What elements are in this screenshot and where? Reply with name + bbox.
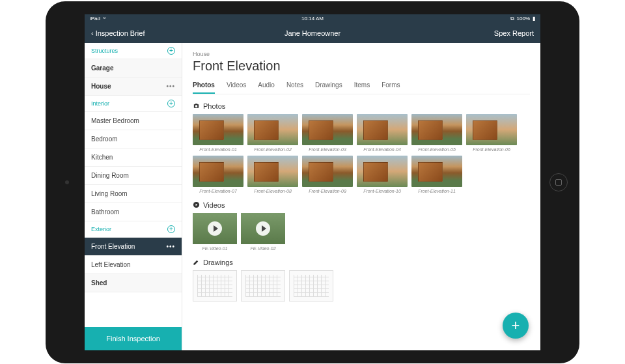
sidebar-item-bathroom[interactable]: Bathroom bbox=[85, 203, 182, 221]
photos-section: Photos Front-Elevation-01Front-Elevation… bbox=[193, 102, 530, 193]
section-title: Videos bbox=[203, 201, 225, 209]
sidebar-item-bedroom[interactable]: Bedroom bbox=[85, 130, 182, 148]
play-icon bbox=[193, 201, 200, 208]
tab-photos[interactable]: Photos bbox=[193, 81, 215, 94]
sidebar-item-kitchen[interactable]: Kitchen bbox=[85, 148, 182, 167]
chevron-left-icon: ‹ bbox=[91, 29, 94, 37]
drawing-thumb[interactable] bbox=[193, 270, 237, 301]
thumb-image bbox=[193, 156, 243, 187]
thumb-image bbox=[357, 156, 408, 187]
photo-thumb[interactable]: Front-Elevation-09 bbox=[302, 156, 353, 193]
section-title: Photos bbox=[203, 102, 225, 110]
more-icon[interactable]: ••• bbox=[166, 83, 175, 90]
photo-thumb[interactable]: Front-Elevation-10 bbox=[357, 156, 408, 193]
thumb-label: Front-Elevation-10 bbox=[357, 189, 408, 193]
sidebar-item-front-elevation[interactable]: Front Elevation••• bbox=[85, 238, 182, 256]
tab-audio[interactable]: Audio bbox=[258, 81, 275, 94]
thumb-image bbox=[411, 156, 462, 187]
sidebar-item-label: House bbox=[91, 83, 111, 90]
thumb-label: Front-Elevation-01 bbox=[193, 147, 243, 152]
thumb-image bbox=[193, 114, 243, 145]
sidebar-item-label: Bedroom bbox=[91, 135, 118, 143]
thumb-image bbox=[411, 114, 462, 145]
tab-videos[interactable]: Videos bbox=[227, 81, 246, 94]
sidebar-header-exterior: Exterior + bbox=[85, 221, 182, 238]
thumb-image bbox=[193, 213, 237, 244]
screen: iPad ⌔ 10:14 AM ⧉ 100% ▮ ‹ Inspection Br… bbox=[85, 14, 540, 350]
tab-items[interactable]: Items bbox=[354, 81, 370, 94]
tab-notes[interactable]: Notes bbox=[286, 81, 303, 94]
add-icon[interactable]: + bbox=[167, 225, 175, 233]
thumb-image bbox=[247, 156, 298, 187]
thumb-image bbox=[302, 156, 353, 187]
play-icon bbox=[208, 221, 222, 236]
sidebar-item-master-bedroom[interactable]: Master Bedroom bbox=[85, 112, 182, 130]
sidebar-header-structures: Structures + bbox=[85, 43, 182, 59]
detail-title: Front Elevation bbox=[193, 59, 530, 74]
thumb-label: Front-Elevation-11 bbox=[411, 189, 462, 193]
photo-thumb[interactable]: Front-Elevation-05 bbox=[411, 114, 462, 152]
home-button[interactable] bbox=[549, 173, 568, 191]
wifi-icon: ⌔ bbox=[103, 16, 106, 21]
sidebar-item-house[interactable]: House••• bbox=[85, 77, 182, 96]
thumb-label: Front-Elevation-09 bbox=[302, 189, 353, 193]
sidebar-header-label: Exterior bbox=[91, 226, 111, 232]
photo-thumb[interactable]: Front-Elevation-07 bbox=[193, 156, 243, 193]
sidebar-item-label: Garage bbox=[91, 64, 113, 72]
thumb-image bbox=[302, 114, 353, 145]
camera bbox=[65, 180, 69, 184]
sidebar-item-label: Front Elevation bbox=[91, 243, 135, 250]
sidebar-item-shed[interactable]: Shed bbox=[85, 274, 182, 292]
thumb-label: Front-Elevation-08 bbox=[247, 189, 298, 193]
section-title: Drawings bbox=[203, 259, 233, 266]
main-panel: House Front Elevation Photos Videos Audi… bbox=[182, 43, 540, 350]
thumb-label: FE-Video-02 bbox=[241, 246, 285, 251]
sidebar-item-label: Master Bedroom bbox=[91, 117, 139, 124]
photo-thumb[interactable]: Front-Elevation-03 bbox=[302, 114, 353, 152]
report-button[interactable]: Spex Report bbox=[494, 29, 534, 37]
photo-thumb[interactable]: Front-Elevation-08 bbox=[247, 156, 298, 193]
photo-thumb[interactable]: Front-Elevation-06 bbox=[466, 114, 517, 152]
photo-thumb[interactable]: Front-Elevation-01 bbox=[193, 114, 243, 152]
thumb-label: Front-Elevation-04 bbox=[357, 147, 408, 152]
photo-thumb[interactable]: Front-Elevation-04 bbox=[357, 114, 408, 152]
sidebar-item-label: Kitchen bbox=[91, 154, 113, 161]
page-title: Jane Homeowner bbox=[285, 29, 340, 37]
video-thumb[interactable]: FE-Video-02 bbox=[241, 213, 285, 251]
battery-label: 100% bbox=[517, 16, 530, 21]
tab-drawings[interactable]: Drawings bbox=[315, 81, 342, 94]
thumb-label: Front-Elevation-06 bbox=[466, 147, 517, 152]
sidebar-header-label: Structures bbox=[91, 48, 118, 54]
sidebar-item-garage[interactable]: Garage bbox=[85, 59, 182, 77]
thumb-label: Front-Elevation-05 bbox=[411, 147, 462, 152]
ipad-frame: iPad ⌔ 10:14 AM ⧉ 100% ▮ ‹ Inspection Br… bbox=[46, 1, 579, 363]
tab-forms[interactable]: Forms bbox=[382, 81, 400, 94]
back-button[interactable]: ‹ Inspection Brief bbox=[91, 29, 145, 37]
finish-button[interactable]: Finish Inspection bbox=[85, 327, 182, 350]
video-thumb[interactable]: FE-Video-01 bbox=[193, 213, 237, 251]
thumb-label: Front-Elevation-07 bbox=[193, 189, 243, 193]
add-fab[interactable]: + bbox=[503, 313, 529, 339]
photo-thumb[interactable]: Front-Elevation-11 bbox=[411, 156, 462, 193]
back-label: Inspection Brief bbox=[96, 29, 145, 37]
sidebar-item-dining-room[interactable]: Dining Room bbox=[85, 167, 182, 185]
sidebar-item-living-room[interactable]: Living Room bbox=[85, 185, 182, 203]
more-icon[interactable]: ••• bbox=[166, 243, 175, 250]
battery-icon: ▮ bbox=[533, 16, 535, 21]
drawing-thumb[interactable] bbox=[241, 270, 285, 301]
photo-thumb[interactable]: Front-Elevation-02 bbox=[247, 114, 298, 152]
tabs: Photos Videos Audio Notes Drawings Items… bbox=[193, 81, 530, 94]
add-icon[interactable]: + bbox=[167, 47, 175, 55]
sidebar-item-label: Living Room bbox=[91, 190, 128, 197]
drawing-thumb[interactable] bbox=[289, 270, 333, 301]
sidebar-header-label: Interior bbox=[91, 100, 109, 107]
thumb-label: Front-Elevation-02 bbox=[247, 147, 298, 152]
content: Structures + Garage House••• Interior + … bbox=[85, 43, 540, 350]
sidebar-item-label: Dining Room bbox=[91, 172, 129, 179]
play-icon bbox=[256, 221, 270, 236]
sidebar-item-left-elevation[interactable]: Left Elevation bbox=[85, 256, 182, 274]
sidebar-item-label: Bathroom bbox=[91, 208, 119, 216]
sidebar-item-label: Left Elevation bbox=[91, 261, 131, 268]
add-icon[interactable]: + bbox=[167, 100, 175, 107]
camera-icon bbox=[193, 102, 200, 109]
